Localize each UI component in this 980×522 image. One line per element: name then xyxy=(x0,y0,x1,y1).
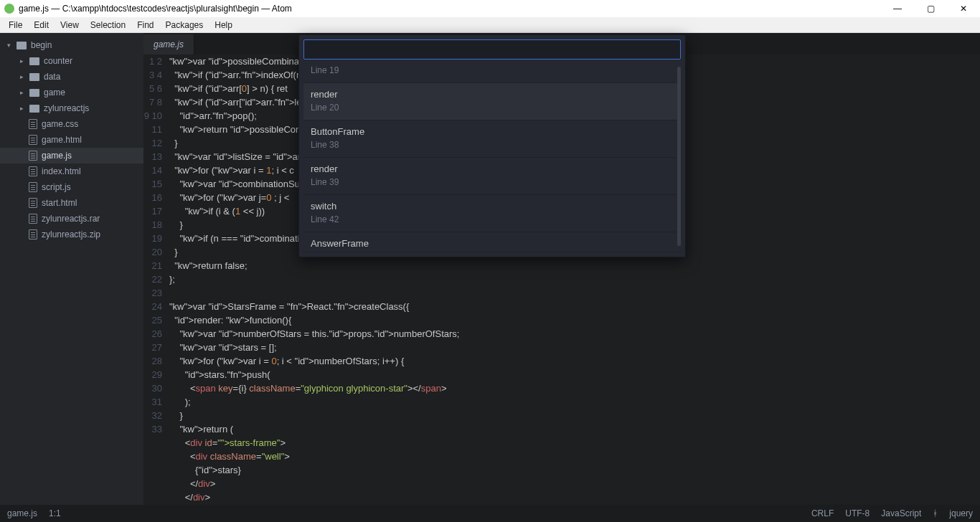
scrollbar[interactable] xyxy=(677,67,681,246)
tree-root-label: begin xyxy=(31,40,52,50)
maximize-button[interactable]: ▢ xyxy=(914,0,947,17)
menu-selection[interactable]: Selection xyxy=(85,19,131,32)
status-bar: game.js 1:1 CRLF UTF-8 JavaScript ᚼ jque… xyxy=(0,505,980,522)
chevron-right-icon: ▸ xyxy=(20,57,24,65)
palette-item-secondary: Line 38 xyxy=(311,140,674,150)
status-file[interactable]: game.js xyxy=(7,508,37,518)
folder-icon xyxy=(29,105,39,113)
folder-icon xyxy=(29,57,39,65)
tree-file[interactable]: start.html xyxy=(0,195,143,211)
file-icon xyxy=(29,166,37,176)
chevron-down-icon: ▾ xyxy=(7,42,11,49)
minimize-button[interactable]: — xyxy=(881,0,914,17)
menu-view[interactable]: View xyxy=(55,19,85,32)
tree-folder[interactable]: ▸game xyxy=(0,85,143,100)
chevron-right-icon: ▸ xyxy=(20,73,24,80)
palette-item[interactable]: renderLine 39 xyxy=(303,158,681,195)
status-extra[interactable]: jquery xyxy=(949,508,973,518)
file-icon xyxy=(29,135,37,145)
tree-root[interactable]: ▾begin xyxy=(0,37,143,53)
palette-item[interactable]: AnswerFrameLine ?? xyxy=(303,232,681,252)
tree-item-label: index.html xyxy=(42,166,81,176)
folder-icon xyxy=(29,89,39,97)
line-gutter: 1 2 3 4 5 6 7 8 9 10 11 12 13 14 15 16 1… xyxy=(143,54,169,505)
editor-area: game.js 1 2 3 4 5 6 7 8 9 10 11 12 13 14… xyxy=(143,33,980,505)
file-icon xyxy=(29,182,37,192)
tree-item-label: game.js xyxy=(42,151,72,161)
tree-item-label: script.js xyxy=(42,182,71,192)
palette-item-primary: switch xyxy=(311,201,674,212)
tree-item-label: zylunreactjs xyxy=(44,103,89,113)
tree-item-label: data xyxy=(44,72,60,82)
tree-file[interactable]: script.js xyxy=(0,179,143,195)
status-language[interactable]: JavaScript xyxy=(881,508,921,518)
atom-app-icon xyxy=(4,4,14,14)
chevron-right-icon: ▸ xyxy=(20,105,24,112)
palette-item-secondary: Line 20 xyxy=(311,103,674,113)
palette-item[interactable]: renderLine 20 xyxy=(303,83,681,120)
menubar: File Edit View Selection Find Packages H… xyxy=(0,17,980,33)
folder-icon xyxy=(17,42,27,49)
palette-item[interactable]: ButtonFrameLine 38 xyxy=(303,120,681,158)
menu-file[interactable]: File xyxy=(3,19,28,32)
palette-item-secondary: Line 19 xyxy=(311,65,674,75)
menu-packages[interactable]: Packages xyxy=(160,19,209,32)
tree-item-label: game.css xyxy=(42,119,78,129)
palette-item-primary: render xyxy=(311,163,674,174)
tree-file[interactable]: game.html xyxy=(0,132,143,148)
tree-file[interactable]: game.js xyxy=(0,148,143,163)
window-title: game.js — C:\xampp\htdocs\testcodes\reac… xyxy=(19,4,292,14)
tree-item-label: zylunreactjs.rar xyxy=(42,214,100,224)
palette-list[interactable]: Line 19renderLine 20ButtonFrameLine 38re… xyxy=(303,64,681,252)
tree-folder[interactable]: ▸counter xyxy=(0,53,143,69)
chevron-right-icon: ▸ xyxy=(20,89,24,96)
titlebar: game.js — C:\xampp\htdocs\testcodes\reac… xyxy=(0,0,980,17)
tab-game-js[interactable]: game.js xyxy=(143,34,194,54)
palette-item-primary: render xyxy=(311,89,674,100)
palette-item[interactable]: switchLine 42 xyxy=(303,195,681,232)
tree-file[interactable]: game.css xyxy=(0,116,143,132)
palette-input[interactable] xyxy=(303,39,681,60)
tree-folder[interactable]: ▸data xyxy=(0,69,143,85)
tree-item-label: start.html xyxy=(42,198,77,208)
tree-folder[interactable]: ▸zylunreactjs xyxy=(0,100,143,116)
tree-item-label: counter xyxy=(44,56,72,66)
tab-label: game.js xyxy=(154,39,184,49)
status-branch-icon: ᚼ xyxy=(933,508,938,518)
menu-find[interactable]: Find xyxy=(131,19,159,32)
file-icon xyxy=(29,198,37,208)
tree-item-label: game xyxy=(44,87,65,98)
palette-item-primary: ButtonFrame xyxy=(311,126,674,137)
status-cursor-position[interactable]: 1:1 xyxy=(49,508,61,518)
tree-file[interactable]: index.html xyxy=(0,163,143,179)
tree-item-label: zylunreactjs.zip xyxy=(42,229,100,239)
folder-icon xyxy=(29,73,39,81)
palette-item[interactable]: Line 19 xyxy=(303,64,681,83)
project-tree[interactable]: ▾begin ▸counter ▸data ▸game ▸zylunreactj… xyxy=(0,33,143,505)
file-icon xyxy=(29,214,37,224)
close-button[interactable]: ✕ xyxy=(947,0,980,17)
tree-file[interactable]: zylunreactjs.rar xyxy=(0,211,143,227)
tree-file[interactable]: zylunreactjs.zip xyxy=(0,227,143,242)
file-icon xyxy=(29,151,37,161)
file-icon xyxy=(29,119,37,129)
palette-item-secondary: Line 39 xyxy=(311,177,674,187)
menu-help[interactable]: Help xyxy=(209,19,238,32)
palette-item-secondary: Line 42 xyxy=(311,214,674,224)
palette-item-primary: AnswerFrame xyxy=(311,238,674,249)
tree-item-label: game.html xyxy=(42,135,82,145)
file-icon xyxy=(29,229,37,239)
status-encoding[interactable]: UTF-8 xyxy=(845,508,870,518)
menu-edit[interactable]: Edit xyxy=(28,19,55,32)
command-palette: Line 19renderLine 20ButtonFrameLine 38re… xyxy=(298,34,686,257)
status-eol[interactable]: CRLF xyxy=(811,508,834,518)
